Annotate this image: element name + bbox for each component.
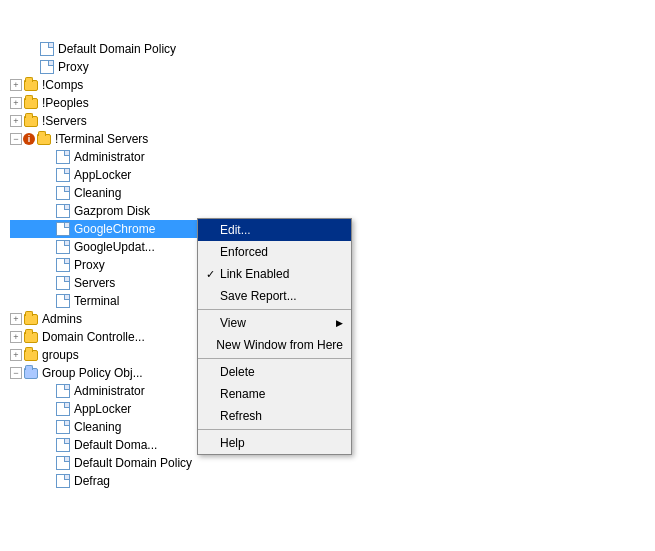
- folder-icon: [36, 131, 52, 147]
- context-menu-view[interactable]: View: [198, 312, 351, 334]
- tree-view: Default Domain Policy Proxy + !Comps + !…: [10, 40, 220, 490]
- expand-button[interactable]: +: [10, 331, 22, 343]
- tree-item-default-domain2[interactable]: Default Doma...: [10, 436, 220, 454]
- gpo-icon: [55, 167, 71, 183]
- context-menu: Edit... Enforced ✓ Link Enabled Save Rep…: [197, 218, 352, 455]
- tree-item-administrator2[interactable]: Administrator: [10, 382, 220, 400]
- gpo-icon: [55, 149, 71, 165]
- context-menu-item-label: New Window from Here: [216, 338, 343, 352]
- tree-item-applocker2[interactable]: AppLocker: [10, 400, 220, 418]
- gpo-icon: [55, 221, 71, 237]
- tree-item-gazprom-disk[interactable]: Gazprom Disk: [10, 202, 220, 220]
- folder-icon: [23, 329, 39, 345]
- gpo-icon: [55, 401, 71, 417]
- gpo-icon: [39, 59, 55, 75]
- tree-item-cleaning[interactable]: Cleaning: [10, 184, 220, 202]
- context-menu-item-label: Edit...: [220, 223, 251, 237]
- expand-button[interactable]: +: [10, 79, 22, 91]
- tree-item-applocker[interactable]: AppLocker: [10, 166, 220, 184]
- tree-item-label: !Comps: [42, 78, 83, 92]
- tree-item-label: GoogleUpdat...: [74, 240, 155, 254]
- context-menu-separator: [198, 429, 351, 430]
- context-menu-item-label: Help: [220, 436, 245, 450]
- tree-item-label: !Servers: [42, 114, 87, 128]
- tree-item-label: AppLocker: [74, 168, 131, 182]
- tree-item-default-domain-policy[interactable]: Default Domain Policy: [10, 40, 220, 58]
- context-menu-item-label: Link Enabled: [220, 267, 289, 281]
- tree-item-cleaning2[interactable]: Cleaning: [10, 418, 220, 436]
- folder-icon: [23, 113, 39, 129]
- context-menu-enforced[interactable]: Enforced: [198, 241, 351, 263]
- tree-item-label: groups: [42, 348, 79, 362]
- context-menu-new-window[interactable]: New Window from Here: [198, 334, 351, 356]
- context-menu-separator: [198, 358, 351, 359]
- tree-item-label: Proxy: [74, 258, 105, 272]
- tree-item-defrag[interactable]: Defrag: [10, 472, 220, 490]
- tree-item-label: Default Domain Policy: [74, 456, 192, 470]
- tree-item-label: Group Policy Obj...: [42, 366, 143, 380]
- folder-icon: [23, 311, 39, 327]
- tree-item-ipeoples[interactable]: + !Peoples: [10, 94, 220, 112]
- context-menu-save-report[interactable]: Save Report...: [198, 285, 351, 307]
- tree-item-group-policy-obj[interactable]: − Group Policy Obj...: [10, 364, 220, 382]
- gpo-icon: [55, 455, 71, 471]
- tree-item-label: Domain Controlle...: [42, 330, 145, 344]
- expand-button[interactable]: +: [10, 115, 22, 127]
- tree-item-icomps[interactable]: + !Comps: [10, 76, 220, 94]
- gpo-icon: [55, 293, 71, 309]
- tree-item-servers[interactable]: Servers: [10, 274, 220, 292]
- tree-item-googleupdater[interactable]: GoogleUpdat...: [10, 238, 220, 256]
- context-menu-item-label: Rename: [220, 387, 265, 401]
- tree-item-terminal[interactable]: Terminal: [10, 292, 220, 310]
- tree-item-googlechrome[interactable]: GoogleChrome: [10, 220, 220, 238]
- tree-item-iterminal-servers[interactable]: − i !Terminal Servers: [10, 130, 220, 148]
- tree-item-label: Default Domain Policy: [58, 42, 176, 56]
- expand-button[interactable]: −: [10, 133, 22, 145]
- tree-item-label: Administrator: [74, 384, 145, 398]
- context-menu-edit[interactable]: Edit...: [198, 219, 351, 241]
- tree-item-label: Cleaning: [74, 420, 121, 434]
- tree-item-iservers[interactable]: + !Servers: [10, 112, 220, 130]
- tree-item-administrator[interactable]: Administrator: [10, 148, 220, 166]
- tree-item-label: Defrag: [74, 474, 110, 488]
- context-menu-item-label: Save Report...: [220, 289, 297, 303]
- gpo-icon: [55, 203, 71, 219]
- tree-item-label: Cleaning: [74, 186, 121, 200]
- tree-item-label: Servers: [74, 276, 115, 290]
- tree-item-groups[interactable]: + groups: [10, 346, 220, 364]
- gpo-icon: [55, 257, 71, 273]
- check-mark: ✓: [206, 268, 220, 281]
- context-menu-item-label: View: [220, 316, 246, 330]
- gpo-icon: [55, 473, 71, 489]
- tree-item-label: Proxy: [58, 60, 89, 74]
- tree-item-proxy[interactable]: Proxy: [10, 256, 220, 274]
- expand-button[interactable]: +: [10, 313, 22, 325]
- context-menu-help[interactable]: Help: [198, 432, 351, 454]
- folder-icon: [23, 347, 39, 363]
- gpo-icon: [55, 239, 71, 255]
- tree-item-default-domain-policy2[interactable]: Default Domain Policy: [10, 454, 220, 472]
- tree-item-label: Administrator: [74, 150, 145, 164]
- gpo-icon: [55, 419, 71, 435]
- expand-button[interactable]: +: [10, 349, 22, 361]
- tree-item-label: Terminal: [74, 294, 119, 308]
- tree-item-domain-controller[interactable]: + Domain Controlle...: [10, 328, 220, 346]
- context-menu-rename[interactable]: Rename: [198, 383, 351, 405]
- tree-item-admins[interactable]: + Admins: [10, 310, 220, 328]
- tree-item-proxy-top[interactable]: Proxy: [10, 58, 220, 76]
- context-menu-item-label: Refresh: [220, 409, 262, 423]
- context-menu-delete[interactable]: Delete: [198, 361, 351, 383]
- gpo-icon: [55, 275, 71, 291]
- context-menu-item-label: Delete: [220, 365, 255, 379]
- context-menu-refresh[interactable]: Refresh: [198, 405, 351, 427]
- expand-button[interactable]: +: [10, 97, 22, 109]
- folder-icon: [23, 95, 39, 111]
- context-menu-separator: [198, 309, 351, 310]
- gpo-icon: [55, 437, 71, 453]
- context-menu-link-enabled[interactable]: ✓ Link Enabled: [198, 263, 351, 285]
- expand-button[interactable]: −: [10, 367, 22, 379]
- context-menu-item-label: Enforced: [220, 245, 268, 259]
- gpo-icon: [55, 383, 71, 399]
- tree-item-label: AppLocker: [74, 402, 131, 416]
- info-badge: i: [23, 133, 35, 145]
